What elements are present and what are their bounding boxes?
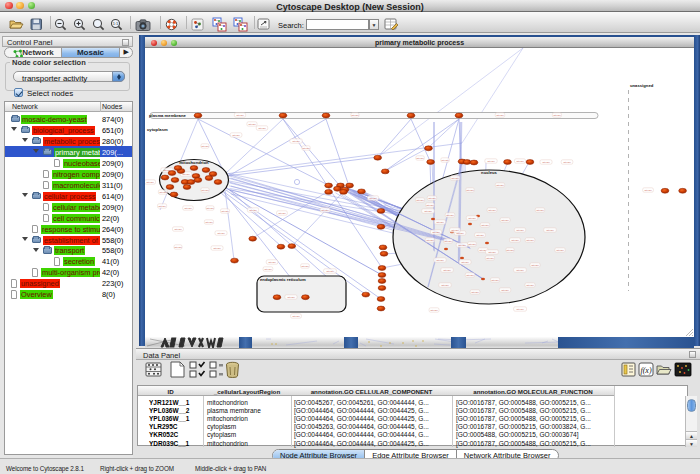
svg-text:[str.ab]: [str.ab] <box>432 231 440 234</box>
svg-text:[str.ab]: [str.ab] <box>526 284 534 287</box>
svg-text:[str.ab]: [str.ab] <box>249 209 257 212</box>
svg-text:1:1: 1:1 <box>113 21 119 26</box>
svg-text:[str.ab]: [str.ab] <box>511 239 519 242</box>
svg-text:[str.ab]: [str.ab] <box>516 229 524 232</box>
svg-text:[str.ab]: [str.ab] <box>248 123 256 126</box>
svg-text:[str.ab]: [str.ab] <box>441 159 449 162</box>
svg-text:[str.ab]: [str.ab] <box>481 224 489 227</box>
svg-text:[str.ab]: [str.ab] <box>232 134 240 137</box>
svg-text:[str.ab]: [str.ab] <box>563 161 571 164</box>
svg-text:[str.ab]: [str.ab] <box>536 209 544 212</box>
svg-text:[str.ab]: [str.ab] <box>146 181 154 184</box>
svg-text:[str.ab]: [str.ab] <box>221 210 229 213</box>
svg-text:[str.ab]: [str.ab] <box>546 229 554 232</box>
svg-text:[str.ab]: [str.ab] <box>426 204 434 207</box>
svg-text:[str.ab]: [str.ab] <box>446 214 454 217</box>
svg-text:[str.ab]: [str.ab] <box>556 249 564 252</box>
svg-text:[str.ab]: [str.ab] <box>302 147 310 150</box>
svg-text:[str.ab]: [str.ab] <box>476 234 484 237</box>
svg-text:[str.ab]: [str.ab] <box>369 197 377 200</box>
svg-text:[str.ab]: [str.ab] <box>287 296 295 299</box>
svg-text:[str.ab]: [str.ab] <box>326 270 334 273</box>
svg-text:[str.ab]: [str.ab] <box>436 259 444 262</box>
svg-text:[str.ab]: [str.ab] <box>542 161 550 164</box>
svg-text:[str.ab]: [str.ab] <box>182 173 190 176</box>
svg-text:plasma membrane: plasma membrane <box>149 113 186 118</box>
svg-text:cytoplasm: cytoplasm <box>147 127 168 132</box>
svg-text:[str.ab]: [str.ab] <box>292 315 300 318</box>
svg-text:[str.ab]: [str.ab] <box>430 309 438 312</box>
svg-text:[str.ab]: [str.ab] <box>486 257 494 260</box>
svg-text:[str.ab]: [str.ab] <box>184 207 192 210</box>
svg-text:[str.ab]: [str.ab] <box>451 177 459 180</box>
svg-text:[str.ab]: [str.ab] <box>516 160 524 163</box>
svg-text:unassigned: unassigned <box>630 83 654 88</box>
svg-text:[str.ab]: [str.ab] <box>174 228 182 231</box>
svg-text:[str.ab]: [str.ab] <box>174 246 182 249</box>
svg-text:[str.ab]: [str.ab] <box>468 217 476 220</box>
svg-text:[str.ab]: [str.ab] <box>158 205 166 208</box>
svg-text:[str.ab]: [str.ab] <box>471 291 479 294</box>
svg-text:[str.ab]: [str.ab] <box>466 189 474 192</box>
svg-text:[str.ab]: [str.ab] <box>451 229 459 232</box>
svg-text:[str.ab]: [str.ab] <box>466 274 474 277</box>
svg-text:[str.ab]: [str.ab] <box>268 261 276 264</box>
svg-text:[str.ab]: [str.ab] <box>487 160 495 163</box>
svg-text:[str.ab]: [str.ab] <box>506 249 514 252</box>
svg-text:[str.ab]: [str.ab] <box>436 221 444 224</box>
svg-text:[str.ab]: [str.ab] <box>496 114 504 117</box>
svg-text:mitochondrion: mitochondrion <box>179 160 209 165</box>
svg-text:[str.ab]: [str.ab] <box>516 308 524 311</box>
svg-text:[str.ab]: [str.ab] <box>416 199 424 202</box>
svg-text:nucleus: nucleus <box>481 170 497 175</box>
svg-text:[str.ab]: [str.ab] <box>292 140 300 143</box>
svg-text:[str.ab]: [str.ab] <box>201 145 209 148</box>
svg-text:[str.ab]: [str.ab] <box>501 219 509 222</box>
svg-text:[str.ab]: [str.ab] <box>468 243 476 246</box>
svg-text:[str.ab]: [str.ab] <box>488 209 496 212</box>
svg-text:[str.ab]: [str.ab] <box>491 279 499 282</box>
svg-text:[str.ab]: [str.ab] <box>444 240 452 243</box>
svg-text:[str.ab]: [str.ab] <box>351 114 359 117</box>
svg-text:[str.ab]: [str.ab] <box>301 265 309 268</box>
svg-text:[str.ab]: [str.ab] <box>443 269 451 272</box>
svg-text:[str.ab]: [str.ab] <box>458 244 466 247</box>
svg-text:[str.ab]: [str.ab] <box>424 210 432 213</box>
svg-text:[str.ab]: [str.ab] <box>217 232 225 235</box>
svg-text:[str.ab]: [str.ab] <box>236 114 244 117</box>
svg-text:[str.ab]: [str.ab] <box>516 269 524 272</box>
svg-text:[str.ab]: [str.ab] <box>456 232 464 235</box>
svg-text:endoplasmic reticulum: endoplasmic reticulum <box>260 277 306 282</box>
svg-text:[str.ab]: [str.ab] <box>426 239 434 242</box>
svg-text:[str.ab]: [str.ab] <box>278 212 286 215</box>
svg-text:[str.ab]: [str.ab] <box>213 247 221 250</box>
svg-text:[str.ab]: [str.ab] <box>501 289 509 292</box>
svg-text:[str.ab]: [str.ab] <box>321 209 329 212</box>
svg-text:[str.ab]: [str.ab] <box>531 264 539 267</box>
svg-text:[str.ab]: [str.ab] <box>206 207 214 210</box>
svg-text:[str.ab]: [str.ab] <box>461 261 469 264</box>
svg-text:[str.ab]: [str.ab] <box>264 268 272 271</box>
svg-text:[str.ab]: [str.ab] <box>205 221 213 224</box>
svg-text:[str.ab]: [str.ab] <box>644 189 652 192</box>
svg-text:[str.ab]: [str.ab] <box>258 127 266 130</box>
svg-text:[str.ab]: [str.ab] <box>428 197 436 200</box>
svg-text:f(x): f(x) <box>640 366 651 375</box>
svg-text:[str.ab]: [str.ab] <box>488 251 496 254</box>
svg-text:[str.ab]: [str.ab] <box>496 184 504 187</box>
svg-text:[str.ab]: [str.ab] <box>201 189 209 192</box>
svg-text:[str.ab]: [str.ab] <box>553 114 561 117</box>
svg-text:[str.ab]: [str.ab] <box>159 191 167 194</box>
svg-text:[str.ab]: [str.ab] <box>441 284 449 287</box>
svg-text:[str.ab]: [str.ab] <box>526 239 534 242</box>
svg-text:[str.ab]: [str.ab] <box>416 157 424 160</box>
